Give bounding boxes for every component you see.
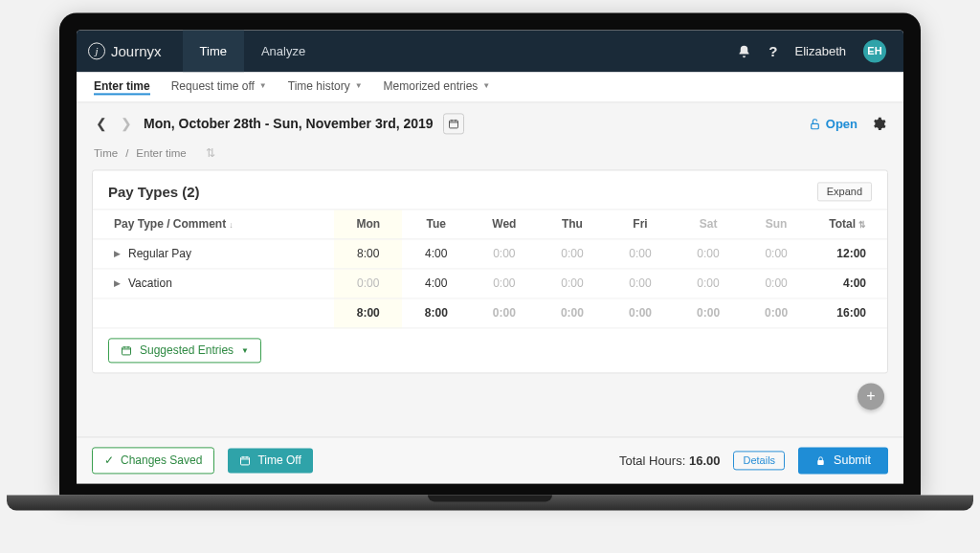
pay-types-card: Pay Types (2) Expand Pay Type / Comment↓… xyxy=(92,169,888,373)
chevron-down-icon: ▼ xyxy=(259,81,267,90)
time-cell[interactable]: 4:00 xyxy=(402,269,470,299)
subnav-time-history[interactable]: Time history▼ xyxy=(288,79,363,95)
date-range: Mon, October 28th - Sun, November 3rd, 2… xyxy=(144,116,434,131)
chevron-down-icon: ▼ xyxy=(482,81,490,90)
col-header-tue[interactable]: Tue xyxy=(402,210,470,239)
time-cell[interactable]: 0:00 xyxy=(743,239,811,269)
notifications-icon[interactable] xyxy=(737,44,751,58)
time-cell[interactable]: 0:00 xyxy=(743,269,811,299)
grand-total: 16:00 xyxy=(811,299,887,328)
time-cell[interactable]: 0:00 xyxy=(470,269,538,299)
changes-saved-indicator: ✓ Changes Saved xyxy=(92,447,214,474)
time-cell[interactable]: 0:00 xyxy=(675,269,743,299)
row-label: Regular Pay xyxy=(128,247,191,260)
chevron-down-icon: ▼ xyxy=(355,81,363,90)
time-cell[interactable]: 0:00 xyxy=(606,239,674,269)
time-cell[interactable]: 0:00 xyxy=(470,239,538,269)
row-total: 12:00 xyxy=(811,239,887,269)
expand-button[interactable]: Expand xyxy=(817,182,872,201)
settings-icon[interactable] xyxy=(871,116,886,131)
chevron-down-icon: ▼ xyxy=(241,346,249,355)
avatar[interactable]: EH xyxy=(863,39,886,62)
suggested-entries-button[interactable]: Suggested Entries ▼ xyxy=(108,338,261,363)
col-header-mon[interactable]: Mon xyxy=(334,210,402,239)
calendar-picker-button[interactable] xyxy=(443,113,464,134)
add-entry-fab[interactable]: + xyxy=(858,383,884,409)
calendar-icon xyxy=(239,454,251,466)
next-week-button[interactable]: ❯ xyxy=(119,112,134,135)
subnav-memorized-entries[interactable]: Memorized entries▼ xyxy=(384,79,491,95)
day-total: 0:00 xyxy=(606,299,674,328)
help-icon[interactable]: ? xyxy=(768,43,777,59)
check-icon: ✓ xyxy=(104,453,114,467)
svg-rect-1 xyxy=(811,123,818,128)
col-header-sun[interactable]: Sun xyxy=(743,210,811,239)
time-cell[interactable]: 8:00 xyxy=(334,239,402,269)
day-total: 8:00 xyxy=(402,299,470,328)
user-name[interactable]: Elizabeth xyxy=(795,44,846,58)
calendar-icon xyxy=(121,344,132,356)
time-cell[interactable]: 0:00 xyxy=(334,269,402,299)
time-table: Pay Type / Comment↓ Mon Tue Wed Thu Fri … xyxy=(93,209,887,328)
svg-rect-4 xyxy=(817,459,823,464)
top-tab-time[interactable]: Time xyxy=(183,30,244,72)
prev-week-button[interactable]: ❮ xyxy=(94,112,109,135)
expand-row-icon[interactable]: ▶ xyxy=(114,278,121,288)
breadcrumb: Time / Enter time ⇅ xyxy=(77,143,903,166)
brand-name: Journyx xyxy=(111,43,162,59)
footer: ✓ Changes Saved Time Off Total Hours: 16… xyxy=(77,436,903,483)
top-tab-analyze[interactable]: Analyze xyxy=(244,30,323,72)
subnav: Enter time Request time off▼ Time histor… xyxy=(77,72,903,102)
table-row-totals: 8:00 8:00 0:00 0:00 0:00 0:00 0:00 16:00 xyxy=(93,299,887,328)
row-label: Vacation xyxy=(128,276,172,290)
time-off-button[interactable]: Time Off xyxy=(228,448,312,473)
day-total: 0:00 xyxy=(743,299,811,328)
svg-rect-0 xyxy=(449,121,457,128)
total-hours: Total Hours: 16.00 xyxy=(619,453,721,468)
unlock-icon xyxy=(809,118,821,130)
day-total: 0:00 xyxy=(675,299,743,328)
time-cell[interactable]: 0:00 xyxy=(538,269,606,299)
svg-rect-3 xyxy=(241,457,250,465)
lock-status[interactable]: Open xyxy=(809,117,858,131)
col-header-wed[interactable]: Wed xyxy=(470,210,538,239)
brand: j Journyx xyxy=(88,42,162,59)
sort-icon: ↓ xyxy=(229,220,234,230)
details-button[interactable]: Details xyxy=(733,451,785,470)
table-row[interactable]: ▶Vacation 0:00 4:00 0:00 0:00 0:00 0:00 … xyxy=(93,269,887,299)
app-window: j Journyx Time Analyze ? Elizabeth EH xyxy=(77,30,903,483)
card-title: Pay Types (2) xyxy=(108,184,200,200)
col-header-sat[interactable]: Sat xyxy=(675,210,743,239)
subnav-enter-time[interactable]: Enter time xyxy=(94,79,150,95)
crumb-current: Enter time xyxy=(136,147,186,159)
time-cell[interactable]: 4:00 xyxy=(402,239,470,269)
col-header-total[interactable]: Total⇅ xyxy=(811,210,887,239)
day-total: 0:00 xyxy=(470,299,538,328)
time-cell[interactable]: 0:00 xyxy=(675,239,743,269)
sort-icon: ⇅ xyxy=(858,220,866,230)
time-cell[interactable]: 0:00 xyxy=(538,239,606,269)
day-total: 0:00 xyxy=(538,299,606,328)
svg-rect-2 xyxy=(122,347,131,355)
submit-button[interactable]: Submit xyxy=(798,447,888,474)
day-total: 8:00 xyxy=(334,299,402,328)
time-cell[interactable]: 0:00 xyxy=(606,269,674,299)
sort-icon[interactable]: ⇅ xyxy=(206,146,215,160)
subnav-request-time-off[interactable]: Request time off▼ xyxy=(171,79,267,95)
crumb-root[interactable]: Time xyxy=(94,147,118,159)
topbar: j Journyx Time Analyze ? Elizabeth EH xyxy=(77,30,903,72)
expand-row-icon[interactable]: ▶ xyxy=(114,249,121,258)
date-bar: ❮ ❯ Mon, October 28th - Sun, November 3r… xyxy=(77,102,903,143)
col-header-thu[interactable]: Thu xyxy=(538,210,606,239)
brand-logo-icon: j xyxy=(88,42,105,59)
row-total: 4:00 xyxy=(811,269,887,299)
col-header-paytype[interactable]: Pay Type / Comment↓ xyxy=(93,210,334,239)
table-row[interactable]: ▶Regular Pay 8:00 4:00 0:00 0:00 0:00 0:… xyxy=(93,239,887,269)
lock-icon xyxy=(815,455,826,466)
col-header-fri[interactable]: Fri xyxy=(606,210,674,239)
